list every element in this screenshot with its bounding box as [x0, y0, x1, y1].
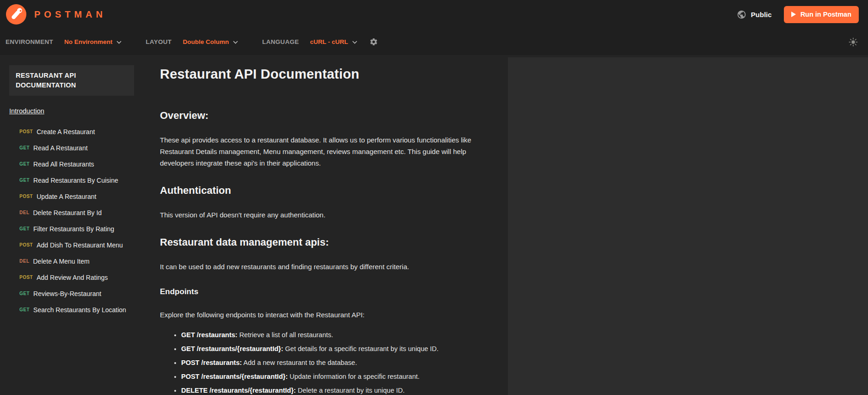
endpoint-method-path: GET /restaurants: [181, 331, 238, 339]
endpoint-label: Delete A Menu Item [33, 258, 90, 265]
code-example-panel [508, 57, 868, 395]
method-badge: GET [19, 178, 30, 183]
endpoint-method-path: POST /restaurants/{restaurantId}: [181, 373, 287, 380]
sidebar-endpoint-item[interactable]: POST Create A Restaurant [0, 123, 143, 140]
gear-icon [369, 37, 378, 46]
overview-text: These api provides access to a restauran… [160, 134, 494, 169]
endpoint-label: Update A Restaurant [37, 193, 96, 200]
run-in-postman-label: Run in Postman [801, 11, 851, 18]
sidebar-endpoint-item[interactable]: POST Add Dish To Restaurant Menu [0, 237, 143, 253]
sidebar-item-introduction[interactable]: Introduction [9, 107, 44, 115]
data-management-heading: Restaurant data management apis: [160, 236, 508, 248]
environment-value: No Environment [64, 38, 112, 45]
endpoint-label: Search Restaurants By Location [33, 306, 126, 314]
chevron-down-icon [352, 41, 357, 44]
endpoint-label: Create A Restaurant [37, 128, 95, 136]
globe-icon [737, 10, 746, 19]
endpoints-list: GET /restaurants: Retrieve a list of all… [160, 331, 508, 395]
docs-toolbar: ENVIRONMENT No Environment LAYOUT Double… [0, 29, 868, 55]
environment-label: ENVIRONMENT [6, 38, 53, 45]
layout-label: LAYOUT [146, 38, 171, 45]
method-badge: POST [19, 194, 33, 199]
endpoint-description: Delete a restaurant by its unique ID. [296, 387, 404, 394]
sidebar-endpoint-item[interactable]: GET Search Restaurants By Location [0, 302, 143, 318]
endpoint-description: Retrieve a list of all restaurants. [238, 331, 333, 339]
endpoint-label: Read Restaurants By Cuisine [33, 177, 118, 184]
collection-title[interactable]: RESTAURANT API DOCUMENTATION [9, 65, 134, 96]
method-badge: DEL [19, 259, 30, 264]
endpoint-label: Filter Restaurants By Rating [33, 225, 114, 233]
run-in-postman-button[interactable]: Run in Postman [784, 6, 859, 23]
endpoints-intro: Explore the following endpoints to inter… [160, 309, 494, 321]
sidebar-endpoint-item[interactable]: POST Add Review And Ratings [0, 269, 143, 285]
endpoint-label: Add Dish To Restaurant Menu [37, 241, 123, 249]
content-row: RESTAURANT API DOCUMENTATION Introductio… [0, 55, 868, 395]
sun-icon [849, 37, 858, 47]
endpoint-method-path: GET /restaurants/{restaurantId}: [181, 345, 283, 352]
sidebar-endpoint-item[interactable]: GET Read Restaurants By Cuisine [0, 172, 143, 188]
page-title: Restaurant API Documentation [160, 67, 508, 82]
method-badge: POST [19, 242, 33, 247]
language-label: LANGUAGE [262, 38, 299, 45]
sidebar-endpoint-list: POST Create A Restaurant GET Read A Rest… [0, 123, 143, 318]
endpoint-label: Add Review And Ratings [37, 274, 108, 281]
endpoint-label: Read All Restaurants [33, 160, 94, 168]
endpoint-description: Get details for a specific restaurant by… [283, 345, 439, 352]
postman-logo[interactable]: POSTMAN [6, 4, 106, 25]
endpoint-list-item: POST /restaurants: Add a new restaurant … [181, 359, 508, 367]
endpoint-label: Delete Restaurant By Id [33, 209, 102, 216]
header-actions: Public Run in Postman [737, 6, 859, 23]
play-icon [791, 12, 796, 17]
method-badge: POST [19, 275, 33, 280]
authentication-text: This version of API doesn't require any … [160, 209, 494, 221]
layout-value: Double Column [183, 38, 229, 45]
chevron-down-icon [233, 41, 238, 44]
sidebar-endpoint-item[interactable]: POST Update A Restaurant [0, 188, 143, 204]
endpoints-heading: Endpoints [160, 287, 508, 296]
doc-main: Restaurant API Documentation Overview: T… [143, 55, 508, 395]
endpoint-label: Read A Restaurant [33, 144, 88, 152]
language-settings-button[interactable] [367, 36, 380, 48]
method-badge: GET [19, 161, 30, 167]
overview-heading: Overview: [160, 110, 508, 122]
layout-select[interactable]: Double Column [183, 38, 238, 45]
visibility-badge: Public [751, 11, 772, 19]
language-value: cURL - cURL [310, 38, 348, 45]
sidebar-endpoint-item[interactable]: GET Read All Restaurants [0, 156, 143, 172]
sidebar-endpoint-item[interactable]: GET Reviews-By-Restaurant [0, 285, 143, 302]
sidebar-endpoint-item[interactable]: DEL Delete A Menu Item [0, 253, 143, 269]
endpoint-list-item: DELETE /restaurants/{restaurantId}: Dele… [181, 387, 508, 395]
sidebar-endpoint-item[interactable]: GET Read A Restaurant [0, 140, 143, 156]
endpoint-list-item: POST /restaurants/{restaurantId}: Update… [181, 373, 508, 381]
data-management-text: It can be used to add new restaurants an… [160, 261, 494, 272]
sidebar-endpoint-item[interactable]: GET Filter Restaurants By Rating [0, 221, 143, 237]
endpoint-list-item: GET /restaurants/{restaurantId}: Get det… [181, 345, 508, 353]
method-badge: DEL [19, 210, 30, 215]
endpoint-description: Add a new restaurant to the database. [242, 359, 357, 366]
environment-select[interactable]: No Environment [64, 38, 122, 45]
authentication-heading: Authentication [160, 185, 508, 197]
method-badge: GET [19, 226, 30, 231]
endpoint-description: Update information for a specific restau… [287, 373, 419, 380]
method-badge: GET [19, 145, 30, 150]
theme-toggle-button[interactable] [847, 36, 860, 49]
postman-logo-icon [6, 4, 27, 25]
sidebar-endpoint-item[interactable]: DEL Delete Restaurant By Id [0, 204, 143, 221]
chevron-down-icon [116, 41, 122, 44]
top-header: POSTMAN Public Run in Postman [0, 0, 868, 29]
endpoint-label: Reviews-By-Restaurant [33, 290, 101, 297]
method-badge: GET [19, 307, 30, 312]
postman-wordmark: POSTMAN [34, 9, 106, 20]
method-badge: POST [19, 129, 33, 134]
sidebar: RESTAURANT API DOCUMENTATION Introductio… [0, 55, 143, 395]
language-select[interactable]: cURL - cURL [310, 38, 357, 45]
endpoint-list-item: GET /restaurants: Retrieve a list of all… [181, 331, 508, 339]
endpoint-method-path: POST /restaurants: [181, 359, 242, 366]
endpoint-method-path: DELETE /restaurants/{restaurantId}: [181, 387, 296, 394]
method-badge: GET [19, 291, 30, 296]
